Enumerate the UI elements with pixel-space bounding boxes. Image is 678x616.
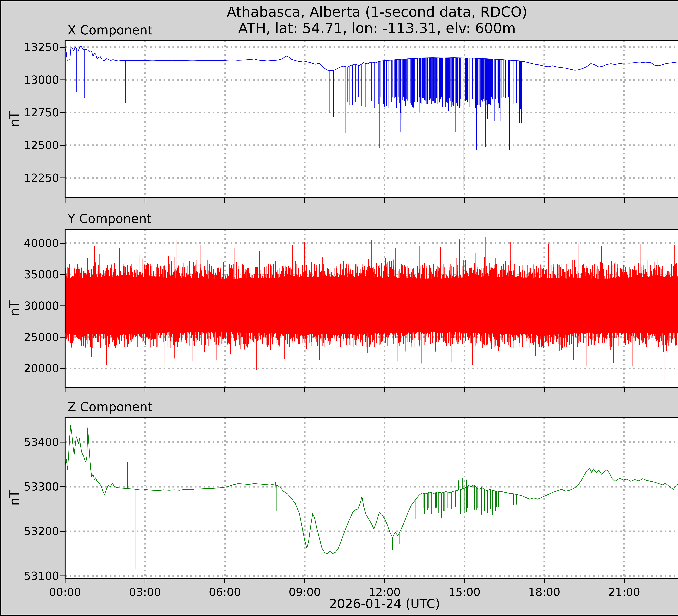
x-tick-label: 06:00 bbox=[200, 586, 249, 599]
y-tick-label: 53300 bbox=[0, 480, 59, 493]
x-tick-label: 12:00 bbox=[360, 586, 409, 599]
panel-title-z-component: Z Component bbox=[68, 400, 152, 414]
panel-2 bbox=[60, 418, 678, 583]
x-tick-label: 09:00 bbox=[280, 586, 329, 599]
y-tick-label: 30000 bbox=[0, 299, 59, 312]
x-axis-label: 2026-01-24 (UTC) bbox=[329, 596, 440, 611]
y-tick-label: 25000 bbox=[0, 331, 59, 343]
figure-subtitle: ATH, lat: 54.71, lon: -113.31, elv: 600m bbox=[238, 20, 516, 36]
x-tick-label: 18:00 bbox=[520, 586, 569, 599]
magnetometer-figure: Athabasca, Alberta (1-second data, RDCO)… bbox=[0, 0, 678, 616]
y-tick-label: 20000 bbox=[0, 362, 59, 375]
panel-title-x-component: X Component bbox=[68, 23, 152, 38]
y-tick-label: 53400 bbox=[0, 436, 59, 448]
y-tick-label: 53200 bbox=[0, 525, 59, 538]
y-tick-label: 13250 bbox=[0, 41, 59, 53]
x-tick-label: 21:00 bbox=[600, 586, 649, 599]
y-tick-label: 12500 bbox=[0, 139, 59, 152]
x-tick-label: 15:00 bbox=[440, 586, 489, 599]
y-tick-label: 35000 bbox=[0, 268, 59, 281]
y-tick-label: 13000 bbox=[0, 74, 59, 86]
figure-title: Athabasca, Alberta (1-second data, RDCO) bbox=[227, 4, 527, 20]
charts-canvas bbox=[0, 0, 678, 616]
y-tick-label: 53100 bbox=[0, 570, 59, 582]
x-tick-label: 03:00 bbox=[120, 586, 170, 599]
x-tick-label: 00:00 bbox=[41, 586, 89, 599]
panel-title-y-component: Y Component bbox=[68, 211, 152, 226]
y-tick-label: 12750 bbox=[0, 106, 59, 119]
y-tick-label: 40000 bbox=[0, 237, 59, 250]
panel-0 bbox=[60, 41, 678, 203]
panel-1 bbox=[60, 229, 678, 393]
y-tick-label: 12250 bbox=[0, 172, 59, 184]
